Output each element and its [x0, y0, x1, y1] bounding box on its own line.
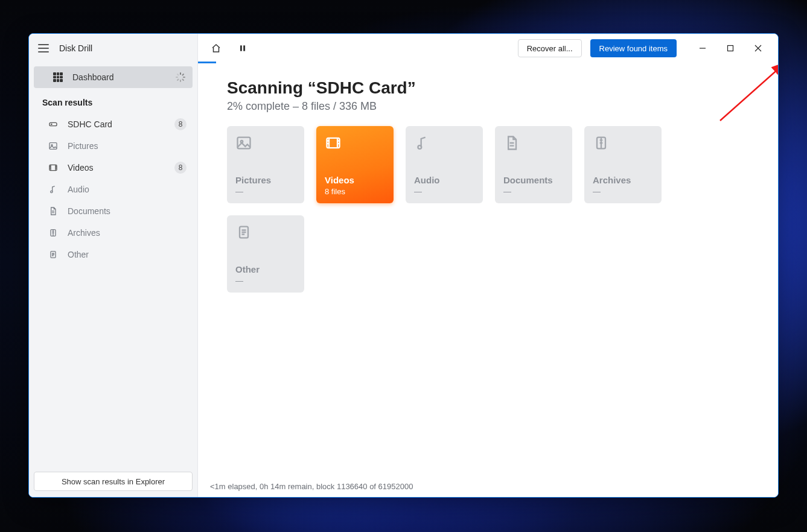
minimize-button[interactable] — [689, 39, 716, 58]
sidebar-item-label: SDHC Card — [68, 119, 165, 129]
card-title: Audio — [414, 175, 474, 185]
card-subtitle: — — [593, 187, 653, 196]
card-videos[interactable]: Videos 8 files — [316, 126, 394, 203]
sidebar-item-label: Audio — [68, 185, 187, 194]
music-note-icon — [414, 135, 431, 151]
svg-rect-8 — [240, 45, 242, 51]
statusbar: <1m elapsed, 0h 14m remain, block 113664… — [198, 475, 778, 497]
sidebar-item-dashboard[interactable]: Dashboard — [34, 66, 193, 88]
status-text: <1m elapsed, 0h 14m remain, block 113664… — [210, 482, 413, 491]
card-title: Other — [235, 264, 296, 274]
content: Scanning “SDHC Card” 2% complete – 8 fil… — [198, 63, 778, 475]
category-cards: Pictures — Videos 8 files Audio — — [227, 126, 749, 293]
card-subtitle: — — [503, 187, 564, 196]
count-badge: 8 — [174, 118, 187, 130]
card-documents[interactable]: Documents — — [495, 126, 572, 203]
sidebar-header: Disk Drill — [29, 34, 197, 63]
sidebar-item-label: Dashboard — [72, 72, 166, 82]
show-in-explorer-button[interactable]: Show scan results in Explorer — [34, 472, 193, 491]
window-controls — [689, 39, 772, 58]
grid-icon — [53, 72, 63, 82]
hamburger-icon — [38, 44, 49, 52]
progress-indicator — [198, 62, 216, 63]
svg-rect-11 — [238, 138, 250, 149]
app-title: Disk Drill — [59, 43, 92, 53]
sidebar-item-label: Other — [68, 250, 187, 259]
sidebar-item-documents[interactable]: Documents — [29, 200, 197, 222]
maximize-button[interactable] — [716, 39, 744, 58]
card-title: Documents — [503, 175, 564, 185]
card-pictures[interactable]: Pictures — — [227, 126, 304, 203]
sidebar-item-archives[interactable]: Archives — [29, 222, 197, 244]
card-title: Archives — [593, 175, 653, 185]
hamburger-button[interactable] — [36, 41, 51, 55]
file-icon — [235, 224, 252, 241]
card-other[interactable]: Other — — [227, 215, 304, 293]
card-audio[interactable]: Audio — — [406, 126, 483, 203]
pause-button[interactable] — [231, 35, 255, 62]
card-subtitle: 8 files — [325, 187, 385, 196]
card-subtitle: — — [414, 187, 474, 196]
card-archives[interactable]: Archives — — [584, 126, 662, 203]
svg-rect-9 — [243, 45, 245, 51]
sidebar-item-label: Videos — [68, 163, 165, 173]
sidebar: Disk Drill Dashboard Scan results SDHC C… — [29, 34, 198, 497]
sidebar-section-scan-results: Scan results — [29, 92, 197, 113]
svg-rect-10 — [728, 46, 733, 51]
file-icon — [48, 250, 58, 259]
sidebar-footer: Show scan results in Explorer — [34, 472, 193, 491]
video-icon — [48, 163, 58, 173]
sidebar-item-sdhc-card[interactable]: SDHC Card 8 — [29, 113, 197, 135]
music-note-icon — [48, 185, 58, 194]
topbar: Recover all... Review found items — [198, 34, 778, 63]
archive-icon — [48, 228, 58, 238]
svg-point-14 — [418, 145, 421, 149]
scan-subtitle: 2% complete – 8 files / 336 MB — [227, 100, 749, 113]
card-subtitle: — — [235, 276, 296, 285]
document-icon — [503, 135, 520, 151]
sidebar-item-label: Archives — [68, 228, 187, 238]
app-window: Disk Drill Dashboard Scan results SDHC C… — [28, 33, 779, 498]
recover-all-button[interactable]: Recover all... — [518, 39, 582, 57]
count-badge: 8 — [174, 162, 187, 174]
spinner-icon — [176, 72, 185, 82]
sidebar-item-label: Documents — [68, 206, 187, 216]
image-icon — [235, 135, 252, 151]
document-icon — [48, 206, 58, 216]
close-button[interactable] — [744, 39, 772, 58]
scan-title: Scanning “SDHC Card” — [227, 78, 749, 98]
sidebar-item-videos[interactable]: Videos 8 — [29, 157, 197, 179]
drive-icon — [48, 119, 58, 129]
sidebar-item-other[interactable]: Other — [29, 244, 197, 265]
sidebar-item-audio[interactable]: Audio — [29, 179, 197, 200]
sidebar-item-pictures[interactable]: Pictures — [29, 135, 197, 157]
svg-rect-0 — [49, 122, 57, 125]
main-area: Recover all... Review found items Scanni… — [198, 34, 778, 497]
svg-point-5 — [51, 191, 53, 192]
review-found-items-button[interactable]: Review found items — [590, 39, 677, 57]
sidebar-item-label: Pictures — [68, 141, 187, 151]
card-subtitle: — — [235, 187, 296, 196]
card-title: Pictures — [235, 175, 296, 185]
archive-icon — [593, 135, 610, 151]
svg-point-1 — [51, 124, 52, 124]
svg-rect-2 — [49, 143, 57, 150]
video-icon — [325, 135, 342, 151]
image-icon — [48, 141, 58, 151]
card-title: Videos — [325, 175, 385, 185]
home-button[interactable] — [204, 35, 228, 62]
